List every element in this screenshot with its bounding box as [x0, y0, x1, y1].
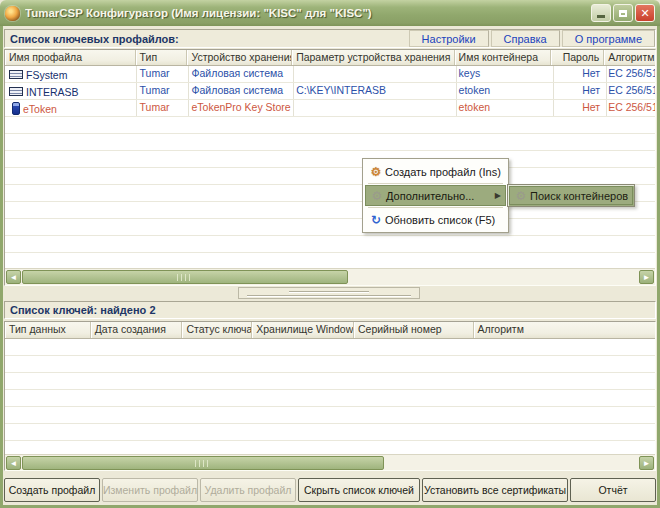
keys-section-header: Список ключей: найдено 2: [4, 301, 656, 319]
window-title: TumarCSP Конфигуратор (Имя лицензии: "KI…: [25, 7, 591, 19]
gear-icon: ⚙: [512, 190, 530, 202]
context-submenu: ⚙ Поиск контейнеров: [507, 184, 635, 207]
footer-button-bar: Создать профайл Изменить профайл Удалить…: [4, 478, 656, 502]
column-header[interactable]: Статус ключа: [182, 322, 252, 338]
menu-item-search-containers[interactable]: ⚙ Поиск контейнеров: [509, 186, 633, 205]
profiles-toolbar: Список ключевых профайлов: Настройки Спр…: [4, 29, 656, 48]
column-header[interactable]: Серийный номер: [354, 322, 474, 338]
keys-list-label: Список ключей: найдено 2: [5, 304, 655, 316]
profiles-table-body: FSystem Tumar Файловая система keys Нет …: [5, 66, 655, 268]
column-header[interactable]: Имя контейнера: [455, 50, 552, 65]
window-border: [0, 26, 3, 508]
table-row[interactable]: FSystem Tumar Файловая система keys Нет …: [5, 66, 655, 83]
column-header[interactable]: Параметр устройства хранения: [292, 50, 454, 65]
minimize-icon: [597, 15, 605, 18]
create-profile-button[interactable]: Создать профайл: [4, 478, 100, 502]
profiles-horizontal-scrollbar[interactable]: ◄ ►: [5, 268, 655, 285]
column-header[interactable]: Алгоритм к: [604, 50, 655, 65]
delete-profile-button: Удалить профайл: [200, 478, 296, 502]
splitter-grip: [247, 295, 411, 296]
profiles-table: Имя профайла Тип Устройство хранения Пар…: [4, 49, 656, 286]
splitter-grip: [289, 291, 369, 292]
column-header[interactable]: Имя профайла: [5, 50, 136, 65]
column-header[interactable]: Тип данных: [5, 322, 91, 338]
usb-token-icon: [12, 102, 20, 115]
column-header[interactable]: Устройство хранения: [187, 50, 292, 65]
hide-keys-list-button[interactable]: Скрыть список ключей: [298, 478, 420, 502]
profiles-list-label: Список ключевых профайлов:: [5, 33, 409, 45]
column-header[interactable]: Хранилище Windows: [252, 322, 354, 338]
about-button[interactable]: О программе: [562, 30, 655, 47]
minimize-button[interactable]: [591, 4, 611, 22]
menu-item-refresh-list[interactable]: ↻ Обновить список (F5): [365, 209, 506, 230]
edit-profile-button: Изменить профайл: [102, 478, 198, 502]
scroll-left-icon[interactable]: ◄: [6, 456, 21, 470]
gear-icon: ⚙: [367, 166, 385, 178]
splitter-handle[interactable]: [238, 287, 420, 299]
title-bar[interactable]: TumarCSP Конфигуратор (Имя лицензии: "KI…: [0, 0, 660, 26]
scrollbar-thumb[interactable]: [22, 270, 348, 284]
scroll-right-icon[interactable]: ►: [639, 456, 654, 470]
context-menu: ⚙ Создать профайл (Ins) ⚙ Дополнительно.…: [362, 158, 509, 233]
table-row[interactable]: INTERASB Tumar Файловая система C:\KEY\I…: [5, 83, 655, 100]
empty-rows: [5, 339, 655, 454]
table-row[interactable]: eToken Tumar eTokenPro Key Store etoken …: [5, 100, 655, 117]
scroll-right-icon[interactable]: ►: [639, 270, 654, 284]
close-icon: ✕: [640, 7, 649, 20]
keys-table: Тип данных Дата создания Статус ключа Хр…: [4, 321, 656, 471]
gear-icon: ⚙: [368, 190, 386, 202]
maximize-icon: [619, 10, 627, 17]
column-header[interactable]: Пароль: [551, 50, 604, 65]
scroll-left-icon[interactable]: ◄: [6, 270, 21, 284]
column-header[interactable]: Алгоритм: [474, 322, 655, 338]
drive-icon: [9, 70, 23, 79]
column-header[interactable]: Тип: [136, 50, 188, 65]
scrollbar-thumb[interactable]: [22, 456, 384, 470]
app-window: TumarCSP Конфигуратор (Имя лицензии: "KI…: [0, 0, 660, 508]
keys-table-body: [5, 339, 655, 454]
menu-item-additional[interactable]: ⚙ Дополнительно... ▶: [365, 185, 506, 206]
keys-horizontal-scrollbar[interactable]: ◄ ►: [5, 454, 655, 470]
install-all-certificates-button[interactable]: Установить все сертификаты: [422, 478, 568, 502]
refresh-icon: ↻: [367, 213, 385, 227]
profiles-table-header: Имя профайла Тип Устройство хранения Пар…: [5, 50, 655, 66]
settings-button[interactable]: Настройки: [409, 30, 489, 47]
app-icon: [5, 6, 20, 21]
drive-icon: [9, 87, 23, 96]
menu-separator: [368, 183, 503, 184]
close-button[interactable]: ✕: [635, 4, 655, 22]
report-button[interactable]: Отчёт: [570, 478, 656, 502]
keys-table-header: Тип данных Дата создания Статус ключа Хр…: [5, 322, 655, 339]
help-button[interactable]: Справка: [491, 30, 560, 47]
menu-separator: [368, 207, 503, 208]
submenu-arrow-icon: ▶: [495, 191, 501, 200]
maximize-button[interactable]: [613, 4, 633, 22]
menu-item-create-profile[interactable]: ⚙ Создать профайл (Ins): [365, 161, 506, 182]
column-header[interactable]: Дата создания: [91, 322, 183, 338]
